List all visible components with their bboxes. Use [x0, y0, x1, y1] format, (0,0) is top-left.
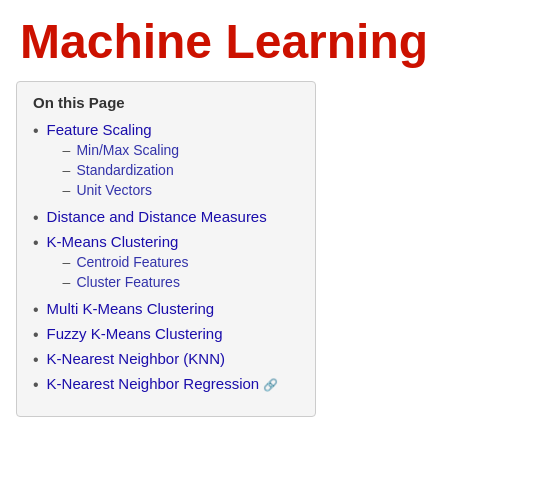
- toc-sub-dash: –: [63, 182, 71, 198]
- toc-bullet: •: [33, 122, 39, 140]
- toc-item: •K-Nearest Neighbor Regression🔗: [33, 375, 299, 394]
- external-link-icon: 🔗: [263, 378, 278, 392]
- toc-sub-list: –Centroid Features–Cluster Features: [47, 254, 189, 290]
- toc-sub-item: –Min/Max Scaling: [47, 142, 180, 158]
- toc-sub-dash: –: [63, 142, 71, 158]
- toc-sub-link[interactable]: Standardization: [76, 162, 173, 178]
- toc-link[interactable]: K-Nearest Neighbor Regression🔗: [47, 375, 279, 392]
- toc-sub-link[interactable]: Min/Max Scaling: [76, 142, 179, 158]
- toc-bullet: •: [33, 351, 39, 369]
- toc-bullet: •: [33, 326, 39, 344]
- toc-link[interactable]: K-Means Clustering: [47, 233, 179, 250]
- toc-sub-item: –Centroid Features: [47, 254, 189, 270]
- toc-link[interactable]: Feature Scaling: [47, 121, 152, 138]
- toc-box: On this Page •Feature Scaling–Min/Max Sc…: [16, 81, 316, 417]
- toc-item: •K-Nearest Neighbor (KNN): [33, 350, 299, 369]
- toc-item: •K-Means Clustering–Centroid Features–Cl…: [33, 233, 299, 294]
- toc-item: •Multi K-Means Clustering: [33, 300, 299, 319]
- toc-item: •Fuzzy K-Means Clustering: [33, 325, 299, 344]
- page-title: Machine Learning: [0, 0, 543, 81]
- toc-link[interactable]: Multi K-Means Clustering: [47, 300, 215, 317]
- toc-sub-dash: –: [63, 274, 71, 290]
- toc-sub-item: –Cluster Features: [47, 274, 189, 290]
- toc-link[interactable]: Distance and Distance Measures: [47, 208, 267, 225]
- toc-sub-list: –Min/Max Scaling–Standardization–Unit Ve…: [47, 142, 180, 198]
- toc-link[interactable]: K-Nearest Neighbor (KNN): [47, 350, 225, 367]
- toc-header: On this Page: [33, 94, 299, 111]
- toc-bullet: •: [33, 209, 39, 227]
- toc-sub-link[interactable]: Cluster Features: [76, 274, 179, 290]
- toc-sub-link[interactable]: Unit Vectors: [76, 182, 151, 198]
- toc-sub-item: –Unit Vectors: [47, 182, 180, 198]
- toc-sub-dash: –: [63, 254, 71, 270]
- toc-item: •Feature Scaling–Min/Max Scaling–Standar…: [33, 121, 299, 202]
- toc-sub-dash: –: [63, 162, 71, 178]
- toc-sub-link[interactable]: Centroid Features: [76, 254, 188, 270]
- toc-link[interactable]: Fuzzy K-Means Clustering: [47, 325, 223, 342]
- toc-list: •Feature Scaling–Min/Max Scaling–Standar…: [33, 121, 299, 394]
- toc-bullet: •: [33, 301, 39, 319]
- toc-item: •Distance and Distance Measures: [33, 208, 299, 227]
- toc-bullet: •: [33, 234, 39, 252]
- toc-sub-item: –Standardization: [47, 162, 180, 178]
- toc-bullet: •: [33, 376, 39, 394]
